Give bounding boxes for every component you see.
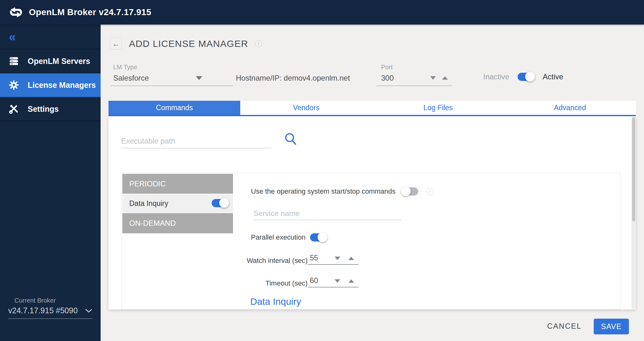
periodic-group-header[interactable]: PERIODIC bbox=[122, 174, 233, 194]
timeout-label: Timeout (sec) bbox=[243, 279, 308, 287]
collapse-chevrons-icon: « bbox=[9, 31, 16, 43]
port-value: 300 bbox=[381, 74, 394, 82]
current-broker-value: v24.7.17.915 #5090 bbox=[8, 306, 78, 315]
lm-type-value: Salesforce bbox=[113, 74, 149, 82]
app-header: OpenLM Broker v24.7.17.915 bbox=[0, 0, 644, 25]
sidebar-item-label: License Managers bbox=[28, 81, 96, 90]
commands-tab-panel: PERIODIC Data Inquiry ON-DEMAND Use the … bbox=[108, 116, 636, 310]
current-broker-select[interactable]: Current Broker v24.7.17.915 #5090 bbox=[8, 297, 92, 319]
tab-log-files[interactable]: Log Files bbox=[372, 101, 504, 115]
active-status-toggle[interactable] bbox=[518, 73, 534, 81]
save-button[interactable]: SAVE bbox=[594, 319, 629, 334]
inactive-label: Inactive bbox=[483, 72, 509, 81]
info-icon[interactable]: i bbox=[426, 188, 434, 195]
active-label: Active bbox=[543, 72, 563, 81]
toggle-knob bbox=[525, 72, 535, 82]
timeout-stepper-up-icon[interactable] bbox=[348, 279, 354, 283]
parallel-execution-label: Parallel execution bbox=[251, 233, 306, 242]
os-commands-row: Use the operating system start/stop comm… bbox=[251, 187, 434, 196]
service-name-field bbox=[253, 205, 401, 220]
servers-icon bbox=[9, 56, 19, 66]
data-inquiry-label: Data Inquiry bbox=[129, 199, 168, 208]
tab-advanced[interactable]: Advanced bbox=[504, 101, 636, 115]
data-inquiry-row[interactable]: Data Inquiry bbox=[122, 194, 233, 213]
hostname-text: Hostname/IP: demov4.openlm.net bbox=[236, 74, 350, 82]
timeout-field[interactable]: 60 bbox=[308, 274, 358, 287]
watch-interval-stepper-down-icon[interactable] bbox=[335, 257, 340, 260]
watch-interval-label: Watch interval (sec) bbox=[243, 257, 308, 265]
sidebar-nav: OpenLM Servers License Managers bbox=[0, 49, 101, 121]
tools-icon bbox=[9, 104, 19, 114]
parallel-execution-toggle[interactable] bbox=[310, 233, 326, 242]
main-content: ← ADD LICENSE MANAGER i LM Type Salesfor… bbox=[101, 25, 644, 341]
sidebar: « OpenLM Servers bbox=[0, 25, 101, 341]
service-name-input[interactable] bbox=[253, 209, 401, 218]
port-stepper-down-icon[interactable] bbox=[430, 76, 436, 80]
sidebar-collapse-button[interactable]: « bbox=[0, 25, 101, 49]
watch-interval-value: 55 bbox=[310, 253, 318, 262]
search-icon[interactable] bbox=[284, 132, 297, 145]
back-button[interactable]: ← bbox=[110, 37, 122, 50]
executable-path-field bbox=[121, 129, 271, 148]
toggle-knob bbox=[318, 232, 327, 242]
sidebar-item-license-managers[interactable]: License Managers bbox=[0, 73, 101, 97]
watch-interval-field[interactable]: 55 bbox=[308, 251, 358, 265]
port-field[interactable]: Port 300 bbox=[377, 62, 452, 86]
page-title: ADD LICENSE MANAGER bbox=[129, 38, 248, 49]
tab-commands[interactable]: Commands bbox=[108, 101, 240, 115]
port-stepper-up-icon[interactable] bbox=[442, 76, 448, 80]
info-icon[interactable]: i bbox=[255, 40, 262, 47]
tab-bar: Commands Vendors Log Files Advanced bbox=[108, 101, 636, 116]
os-commands-label: Use the operating system start/stop comm… bbox=[251, 187, 396, 196]
openlm-broker-window: OpenLM Broker v24.7.17.915 « OpenLM Serv… bbox=[0, 0, 644, 341]
app-title: OpenLM Broker v24.7.17.915 bbox=[29, 7, 151, 17]
timeout-stepper-down-icon[interactable] bbox=[335, 279, 340, 283]
command-config-box: PERIODIC Data Inquiry ON-DEMAND Use the … bbox=[121, 173, 620, 310]
toggle-knob bbox=[219, 198, 229, 208]
on-demand-group-header[interactable]: ON-DEMAND bbox=[122, 213, 233, 233]
tab-vendors[interactable]: Vendors bbox=[240, 101, 372, 115]
sidebar-item-label: OpenLM Servers bbox=[28, 57, 90, 66]
sidebar-item-settings[interactable]: Settings bbox=[0, 97, 101, 121]
port-label: Port bbox=[381, 64, 393, 71]
swap-arrows-logo-icon bbox=[9, 6, 23, 19]
watch-interval-stepper-up-icon[interactable] bbox=[348, 257, 354, 260]
gear-icon bbox=[9, 80, 19, 90]
data-inquiry-section-heading[interactable]: Data Inquiry bbox=[250, 296, 301, 307]
sidebar-item-label: Settings bbox=[28, 105, 59, 114]
current-broker-label: Current Broker bbox=[14, 297, 92, 304]
panel-scrollbar-thumb[interactable] bbox=[632, 117, 635, 221]
timeout-value: 60 bbox=[310, 276, 318, 285]
dropdown-caret-icon bbox=[196, 76, 202, 80]
panel-scrollbar-track[interactable] bbox=[631, 116, 636, 310]
back-arrow-icon: ← bbox=[112, 40, 119, 48]
command-groups-column: PERIODIC Data Inquiry ON-DEMAND bbox=[122, 174, 233, 233]
cancel-button[interactable]: CANCEL bbox=[547, 322, 581, 331]
lm-type-label: LM Type bbox=[113, 64, 137, 71]
toggle-knob bbox=[401, 186, 411, 196]
data-inquiry-toggle[interactable] bbox=[212, 199, 228, 207]
executable-path-input[interactable] bbox=[121, 137, 271, 145]
page-header: ← ADD LICENSE MANAGER i bbox=[110, 37, 262, 50]
sidebar-item-openlm-servers[interactable]: OpenLM Servers bbox=[0, 49, 101, 73]
active-status-toggle-group: Inactive Active bbox=[483, 72, 563, 81]
lm-type-select[interactable]: LM Type Salesforce bbox=[111, 62, 233, 86]
chevron-down-icon bbox=[85, 309, 92, 313]
os-commands-toggle[interactable] bbox=[402, 187, 418, 196]
parallel-execution-row: Parallel execution bbox=[251, 233, 326, 242]
